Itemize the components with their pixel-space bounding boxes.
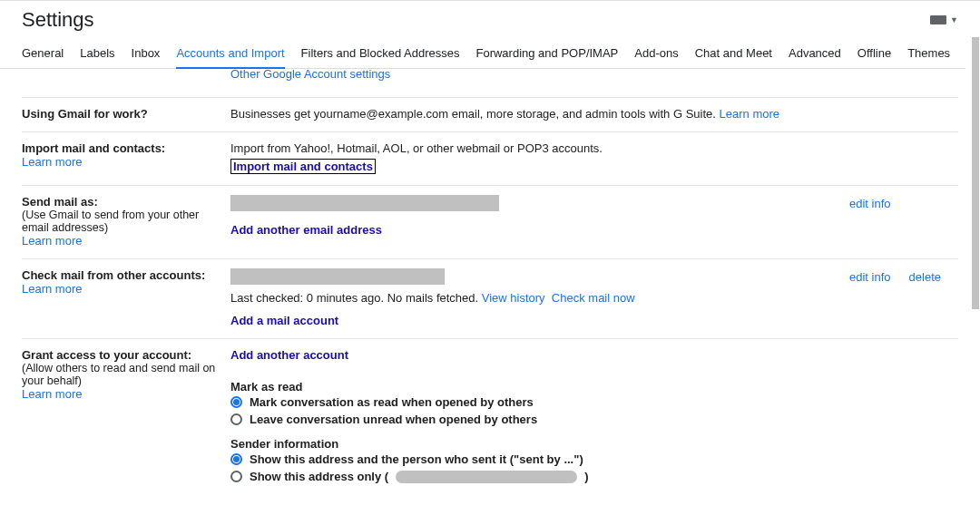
scrollbar-thumb[interactable] <box>972 37 979 309</box>
tab-accounts-and-import[interactable]: Accounts and Import <box>176 43 284 69</box>
view-history-link[interactable]: View history <box>482 291 545 305</box>
other-google-account-settings-link[interactable]: Other Google Account settings <box>230 69 390 81</box>
check-mail-title: Check mail from other accounts: <box>22 268 220 282</box>
check-mail-learn-more-link[interactable]: Learn more <box>22 282 82 296</box>
settings-tabs: General Labels Inbox Accounts and Import… <box>0 43 980 69</box>
mark-as-read-heading: Mark as read <box>230 380 958 394</box>
tab-inbox[interactable]: Inbox <box>132 43 161 68</box>
gsuite-learn-more-link[interactable]: Learn more <box>720 107 779 121</box>
send-mail-as-learn-more-link[interactable]: Learn more <box>22 234 82 248</box>
redacted-email <box>230 195 499 211</box>
input-tools-menu[interactable]: ▼ <box>930 15 958 24</box>
tab-chat-meet[interactable]: Chat and Meet <box>695 43 772 68</box>
send-mail-as-title: Send mail as: <box>22 195 220 209</box>
send-mail-as-subtext: (Use Gmail to send from your other email… <box>22 209 220 234</box>
grant-access-subtext: (Allow others to read and send mail on y… <box>22 362 220 387</box>
page-title: Settings <box>22 8 94 32</box>
import-mail-title: Import mail and contacts: <box>22 141 220 155</box>
show-address-only-label-suffix: ) <box>584 470 588 483</box>
tab-themes[interactable]: Themes <box>907 43 950 68</box>
redacted-account <box>230 268 445 285</box>
vertical-scrollbar[interactable] <box>965 1 980 515</box>
tab-offline[interactable]: Offline <box>858 43 891 68</box>
grant-access-title: Grant access to your account: <box>22 348 220 362</box>
mark-read-option-label: Mark conversation as read when opened by… <box>250 395 534 409</box>
settings-content: Change password recovery options Other G… <box>0 69 980 513</box>
sender-info-heading: Sender information <box>230 437 958 451</box>
grant-access-learn-more-link[interactable]: Learn more <box>22 387 82 401</box>
add-another-email-link[interactable]: Add another email address <box>230 223 382 237</box>
leave-unread-radio[interactable] <box>230 413 242 425</box>
tab-labels[interactable]: Labels <box>80 43 114 68</box>
tab-add-ons[interactable]: Add-ons <box>634 43 678 68</box>
tab-forwarding[interactable]: Forwarding and POP/IMAP <box>475 43 618 68</box>
add-mail-account-link[interactable]: Add a mail account <box>230 314 338 327</box>
show-address-only-radio[interactable] <box>230 471 242 482</box>
check-mail-now-link[interactable]: Check mail now <box>552 291 635 305</box>
add-another-account-link[interactable]: Add another account <box>230 348 348 362</box>
check-mail-delete-link[interactable]: delete <box>909 270 941 284</box>
tab-general[interactable]: General <box>22 43 64 68</box>
chevron-down-icon: ▼ <box>950 15 958 24</box>
import-mail-contacts-link[interactable]: Import mail and contacts <box>230 159 376 174</box>
show-address-only-label-prefix: Show this address only ( <box>250 470 388 483</box>
using-gmail-work-title: Using Gmail for work? <box>22 107 220 121</box>
leave-unread-option-label: Leave conversation unread when opened by… <box>250 413 537 426</box>
mark-read-radio[interactable] <box>230 396 242 408</box>
tab-filters[interactable]: Filters and Blocked Addresses <box>301 43 460 68</box>
send-mail-as-edit-link[interactable]: edit info <box>849 197 891 210</box>
redacted-address <box>396 471 577 483</box>
using-gmail-work-text: Businesses get yourname@example.com emai… <box>230 107 720 121</box>
check-mail-edit-link[interactable]: edit info <box>849 270 891 284</box>
tab-advanced[interactable]: Advanced <box>789 43 841 68</box>
show-address-and-sender-radio[interactable] <box>230 453 242 465</box>
show-address-and-sender-label: Show this address and the person who sen… <box>250 452 583 466</box>
keyboard-icon <box>930 15 946 24</box>
import-mail-text: Import from Yahoo!, Hotmail, AOL, or oth… <box>230 141 958 155</box>
check-mail-status: Last checked: 0 minutes ago. No mails fe… <box>230 291 482 305</box>
import-learn-more-link[interactable]: Learn more <box>22 155 82 169</box>
